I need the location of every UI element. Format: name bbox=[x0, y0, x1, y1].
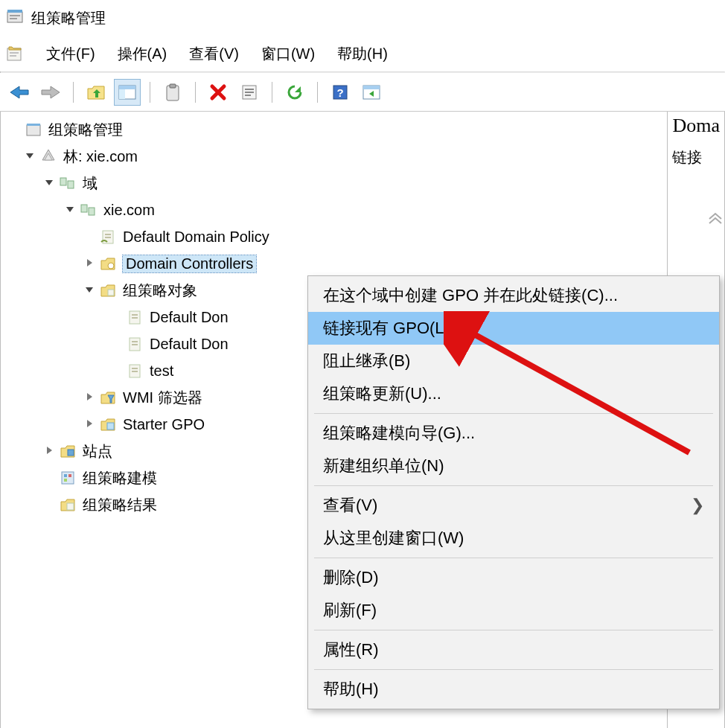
tree-root[interactable]: 组策略管理 bbox=[1, 116, 667, 143]
svg-rect-35 bbox=[132, 341, 138, 342]
svg-rect-41 bbox=[68, 450, 74, 456]
tree-forest[interactable]: 林: xie.com bbox=[1, 143, 667, 170]
svg-rect-27 bbox=[105, 234, 111, 235]
toolbar-delete-button[interactable] bbox=[205, 79, 231, 106]
svg-rect-20 bbox=[27, 125, 40, 135]
menu-view[interactable]: 查看(V) bbox=[189, 44, 239, 64]
ctx-label: 阻止继承(B) bbox=[323, 350, 410, 372]
title-bar: 组策略管理 bbox=[0, 0, 725, 36]
chevron-right-icon[interactable] bbox=[41, 445, 57, 457]
menu-bar: 文件(F) 操作(A) 查看(V) 窗口(W) 帮助(H) bbox=[0, 36, 725, 71]
ou-icon bbox=[98, 255, 118, 272]
toolbar: ? bbox=[0, 73, 725, 112]
app-title: 组策略管理 bbox=[31, 8, 106, 28]
chevron-down-icon[interactable] bbox=[81, 284, 98, 296]
svg-rect-22 bbox=[60, 178, 66, 185]
svg-rect-32 bbox=[132, 314, 138, 316]
details-icon bbox=[362, 84, 381, 100]
svg-rect-13 bbox=[245, 89, 254, 90]
toolbar-show-tree-button[interactable] bbox=[114, 79, 141, 106]
detail-title: Doma bbox=[672, 115, 720, 137]
tree-label: xie.com bbox=[103, 202, 155, 219]
menu-help[interactable]: 帮助(H) bbox=[337, 44, 388, 64]
menu-icon bbox=[6, 45, 24, 63]
ctx-label: 组策略更新(U)... bbox=[323, 383, 441, 405]
svg-rect-19 bbox=[363, 86, 380, 89]
ctx-link-existing-gpo[interactable]: 链接现有 GPO(L)... bbox=[308, 312, 719, 345]
toolbar-help-button[interactable]: ? bbox=[327, 79, 354, 106]
sites-icon bbox=[57, 443, 78, 459]
tree-label: 林: xie.com bbox=[63, 147, 138, 167]
ctx-help[interactable]: 帮助(H) bbox=[308, 673, 719, 706]
toolbar-divider bbox=[150, 82, 150, 103]
ctx-label: 新建组织单位(N) bbox=[323, 455, 444, 477]
chevron-right-icon[interactable] bbox=[81, 392, 98, 403]
menu-action[interactable]: 操作(A) bbox=[118, 44, 167, 64]
context-menu: 在这个域中创建 GPO 并在此处链接(C)... 链接现有 GPO(L)... … bbox=[307, 275, 720, 709]
ctx-delete[interactable]: 删除(D) bbox=[308, 561, 719, 594]
starter-gpo-icon bbox=[98, 416, 118, 432]
tree-label: 组策略建模 bbox=[83, 468, 157, 488]
tree-default-domain-policy[interactable]: Default Domain Policy bbox=[1, 223, 667, 250]
ctx-label: 链接现有 GPO(L)... bbox=[323, 317, 463, 339]
svg-rect-40 bbox=[107, 423, 114, 430]
chevron-down-icon[interactable] bbox=[22, 150, 38, 162]
ctx-properties[interactable]: 属性(R) bbox=[308, 633, 719, 666]
ctx-separator bbox=[314, 558, 713, 558]
ctx-modeling-wizard[interactable]: 组策略建模向导(G)... bbox=[308, 417, 719, 450]
x-icon bbox=[209, 83, 227, 101]
ctx-block-inheritance[interactable]: 阻止继承(B) bbox=[308, 345, 719, 377]
svg-rect-36 bbox=[132, 344, 138, 345]
panel-icon bbox=[118, 84, 137, 100]
tree-label: Domain Controllers bbox=[123, 255, 256, 272]
menu-file[interactable]: 文件(F) bbox=[46, 44, 95, 64]
ctx-create-gpo-link[interactable]: 在这个域中创建 GPO 并在此处链接(C)... bbox=[308, 279, 719, 312]
tree-label: 域 bbox=[83, 173, 98, 194]
toolbar-properties-button[interactable] bbox=[236, 79, 263, 106]
ctx-label: 删除(D) bbox=[323, 566, 379, 589]
toolbar-back-button[interactable] bbox=[6, 79, 33, 106]
gpo-folder-icon bbox=[98, 282, 118, 298]
arrow-left-icon bbox=[9, 85, 30, 100]
clipboard-icon bbox=[165, 83, 181, 101]
chevron-right-icon[interactable] bbox=[81, 418, 98, 430]
ctx-label: 查看(V) bbox=[323, 494, 377, 517]
ctx-separator bbox=[314, 630, 713, 630]
tree-label: 组策略结果 bbox=[83, 495, 157, 515]
ctx-view[interactable]: 查看(V)❯ bbox=[308, 489, 719, 522]
chevron-collapse-icon[interactable] bbox=[706, 208, 724, 231]
tree-domains[interactable]: 域 bbox=[1, 170, 667, 197]
svg-rect-15 bbox=[245, 95, 251, 96]
ctx-label: 从这里创建窗口(W) bbox=[323, 527, 464, 549]
chevron-right-icon[interactable] bbox=[81, 258, 98, 269]
tree-domain-xie[interactable]: xie.com bbox=[1, 197, 667, 223]
toolbar-details-button[interactable] bbox=[358, 79, 385, 106]
toolbar-up-folder-button[interactable] bbox=[83, 79, 109, 106]
toolbar-refresh-button[interactable] bbox=[281, 79, 308, 106]
svg-rect-23 bbox=[68, 181, 74, 188]
tree-label: Default Don bbox=[150, 336, 229, 353]
policy-link-icon bbox=[98, 229, 118, 245]
ctx-new-window[interactable]: 从这里创建窗口(W) bbox=[308, 522, 719, 555]
domains-icon bbox=[57, 175, 78, 191]
ctx-separator bbox=[314, 669, 713, 670]
domain-icon bbox=[78, 202, 99, 218]
arrow-right-icon bbox=[40, 85, 61, 100]
tree-label: 组策略管理 bbox=[48, 120, 123, 140]
chevron-down-icon[interactable] bbox=[62, 204, 78, 216]
detail-tab[interactable]: 链接 bbox=[672, 147, 720, 167]
tree-label: 组策略对象 bbox=[123, 281, 197, 301]
folder-up-icon bbox=[86, 84, 106, 100]
svg-rect-43 bbox=[64, 474, 67, 477]
chevron-down-icon[interactable] bbox=[41, 177, 57, 189]
svg-rect-24 bbox=[81, 205, 87, 212]
ctx-new-ou[interactable]: 新建组织单位(N) bbox=[308, 450, 719, 482]
toolbar-clipboard-button[interactable] bbox=[159, 79, 186, 106]
ctx-gp-update[interactable]: 组策略更新(U)... bbox=[308, 377, 719, 410]
svg-rect-2 bbox=[10, 15, 20, 16]
ctx-refresh[interactable]: 刷新(F) bbox=[308, 594, 719, 627]
ctx-label: 属性(R) bbox=[323, 639, 379, 661]
menu-window[interactable]: 窗口(W) bbox=[261, 44, 315, 64]
tree-domain-controllers[interactable]: Domain Controllers bbox=[1, 250, 667, 277]
toolbar-divider bbox=[272, 82, 272, 103]
